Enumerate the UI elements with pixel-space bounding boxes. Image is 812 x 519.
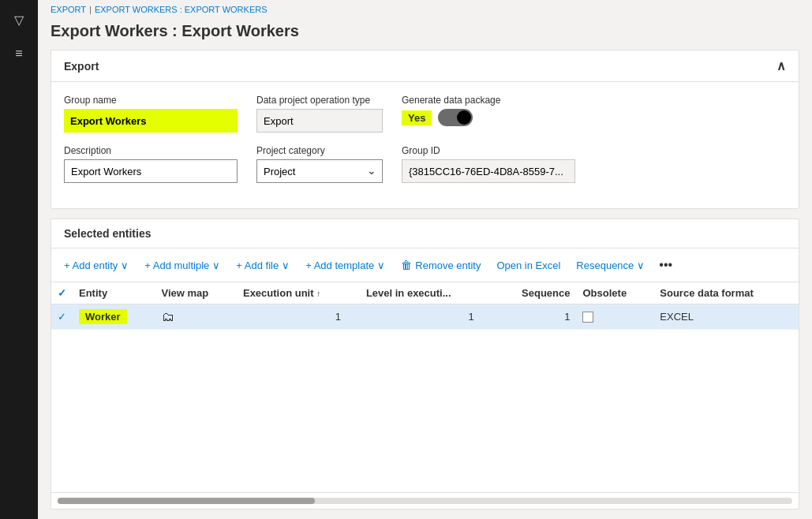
- toolbar: + Add entity ∨ + Add multiple ∨ + Add fi…: [51, 248, 799, 282]
- add-file-chevron: ∨: [282, 260, 290, 271]
- add-template-chevron: ∨: [377, 260, 385, 271]
- open-excel-button[interactable]: Open in Excel: [490, 256, 567, 274]
- row-source-format: EXCEL: [653, 304, 799, 330]
- add-multiple-chevron: ∨: [212, 260, 220, 271]
- main-content: EXPORT | EXPORT WORKERS : EXPORT WORKERS…: [38, 0, 812, 519]
- breadcrumb-sep: |: [89, 5, 92, 14]
- toggle-wrapper: Yes: [402, 109, 500, 126]
- add-file-button[interactable]: + Add file ∨: [230, 256, 296, 274]
- scrollbar-track[interactable]: [58, 498, 792, 504]
- generate-group: Generate data package Yes: [402, 95, 500, 133]
- toggle-yes-label: Yes: [402, 110, 432, 125]
- remove-entity-label: Remove entity: [415, 260, 481, 271]
- add-file-label: + Add file: [236, 260, 279, 271]
- data-project-group: Data project operation type: [256, 95, 383, 133]
- row-view-map[interactable]: 🗂: [155, 304, 237, 330]
- resequence-button[interactable]: Resequence ∨: [570, 256, 651, 274]
- add-entity-button[interactable]: + Add entity ∨: [58, 256, 135, 274]
- form-row-1: Group name Data project operation type G…: [64, 95, 786, 133]
- col-obsolete[interactable]: Obsolete: [576, 282, 653, 304]
- col-view-map[interactable]: View map: [155, 282, 237, 304]
- project-category-select[interactable]: Project: [256, 159, 383, 183]
- toggle-switch[interactable]: [438, 109, 473, 126]
- row-check-icon: ✓: [58, 311, 66, 323]
- add-multiple-button[interactable]: + Add multiple ∨: [138, 256, 226, 274]
- export-card-header: Export ∧: [51, 50, 799, 82]
- menu-icon[interactable]: ≡: [9, 40, 28, 67]
- export-card: Export ∧ Group name Data project operati…: [51, 50, 799, 209]
- project-category-group: Project category Project: [256, 145, 383, 183]
- resequence-chevron: ∨: [637, 260, 645, 271]
- group-id-label: Group ID: [402, 145, 575, 156]
- table-row[interactable]: ✓ Worker 🗂 1 1 1: [51, 304, 799, 330]
- group-id-input[interactable]: [402, 159, 575, 183]
- group-id-group: Group ID: [402, 145, 575, 183]
- entities-card-title: Selected entities: [64, 227, 152, 240]
- group-name-group: Group name: [64, 95, 238, 133]
- description-input[interactable]: [64, 159, 238, 183]
- group-name-input[interactable]: [64, 109, 238, 133]
- entity-label: Worker: [79, 309, 127, 324]
- entities-card-header: Selected entities: [51, 219, 799, 248]
- breadcrumb-export[interactable]: EXPORT: [51, 5, 86, 14]
- table-header-row: ✓ Entity View map Execution unit ↑ Level…: [51, 282, 799, 304]
- remove-entity-trash-icon: 🗑: [401, 259, 412, 271]
- row-execution-unit: 1: [237, 304, 360, 330]
- entities-card-body: + Add entity ∨ + Add multiple ∨ + Add fi…: [51, 248, 799, 509]
- col-execution-unit[interactable]: Execution unit ↑: [237, 282, 360, 304]
- col-level[interactable]: Level in executi...: [360, 282, 493, 304]
- entities-card: Selected entities + Add entity ∨ + Add m…: [51, 218, 799, 510]
- add-entity-label: + Add entity: [64, 260, 118, 271]
- export-card-body: Group name Data project operation type G…: [51, 82, 799, 208]
- col-entity[interactable]: Entity: [73, 282, 155, 304]
- breadcrumb-export-workers[interactable]: EXPORT WORKERS : EXPORT WORKERS: [95, 5, 268, 14]
- row-obsolete[interactable]: [576, 304, 653, 330]
- col-checkbox: ✓: [51, 282, 73, 304]
- view-map-icon[interactable]: 🗂: [162, 310, 174, 323]
- scrollbar-container[interactable]: [51, 492, 799, 509]
- more-options-button[interactable]: •••: [654, 255, 677, 275]
- breadcrumb: EXPORT | EXPORT WORKERS : EXPORT WORKERS: [38, 0, 812, 19]
- row-checkbox[interactable]: ✓: [51, 304, 73, 330]
- table-wrapper: ✓ Entity View map Execution unit ↑ Level…: [51, 282, 799, 492]
- group-name-label: Group name: [64, 95, 238, 106]
- entities-table: ✓ Entity View map Execution unit ↑ Level…: [51, 282, 799, 330]
- export-card-title: Export: [64, 60, 99, 73]
- open-excel-label: Open in Excel: [496, 260, 560, 271]
- data-project-input[interactable]: [256, 109, 383, 133]
- add-entity-chevron: ∨: [121, 260, 129, 271]
- project-category-label: Project category: [256, 145, 383, 156]
- form-row-2: Description Project category Project Gro…: [64, 145, 786, 183]
- data-project-label: Data project operation type: [256, 95, 383, 106]
- sidebar: ▽ ≡: [0, 0, 38, 519]
- add-template-button[interactable]: + Add template ∨: [299, 256, 391, 274]
- header-check-icon: ✓: [58, 287, 66, 299]
- project-category-select-wrapper: Project: [256, 159, 383, 183]
- generate-label: Generate data package: [402, 95, 500, 106]
- description-group: Description: [64, 145, 238, 183]
- row-sequence: 1: [493, 304, 577, 330]
- col-source-format[interactable]: Source data format: [653, 282, 799, 304]
- row-entity: Worker: [73, 304, 155, 330]
- add-multiple-label: + Add multiple: [144, 260, 209, 271]
- filter-icon[interactable]: ▽: [8, 6, 30, 34]
- remove-entity-button[interactable]: 🗑 Remove entity: [395, 256, 487, 274]
- add-template-label: + Add template: [305, 260, 374, 271]
- scrollbar-thumb[interactable]: [58, 498, 315, 504]
- row-level: 1: [360, 304, 493, 330]
- col-sequence[interactable]: Sequence: [493, 282, 577, 304]
- obsolete-checkbox[interactable]: [582, 312, 593, 323]
- description-label: Description: [64, 145, 238, 156]
- resequence-label: Resequence: [576, 260, 634, 271]
- page-title: Export Workers : Export Workers: [38, 19, 812, 50]
- collapse-icon[interactable]: ∧: [776, 58, 786, 73]
